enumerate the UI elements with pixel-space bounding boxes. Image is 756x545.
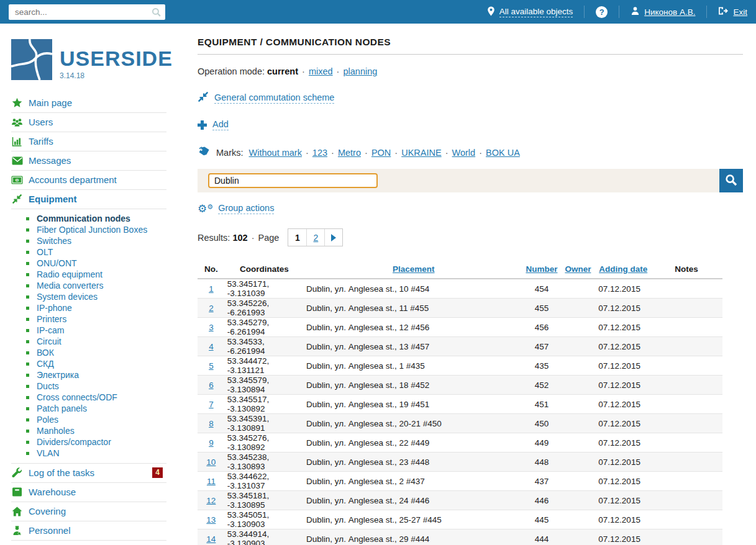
tags-icon <box>198 146 211 158</box>
cell-owner <box>560 356 596 376</box>
group-actions-link[interactable]: Group actions <box>218 203 274 214</box>
cell-no[interactable]: 2 <box>198 299 225 318</box>
mark-link-123[interactable]: 123 <box>312 148 327 158</box>
node-link[interactable]: 3 <box>209 323 214 332</box>
sidebar-subitem-ip-phone[interactable]: IP-phone <box>26 302 166 313</box>
exit-group[interactable]: Exit <box>718 6 747 17</box>
cell-coordinates: 53.345051, -3.130903 <box>225 510 304 529</box>
cell-no[interactable]: 13 <box>198 510 225 529</box>
sidebar-subitem-вок[interactable]: ВОК <box>26 347 166 358</box>
cell-no[interactable]: 11 <box>198 472 225 491</box>
operation-mode-mixed-link[interactable]: mixed <box>309 66 333 76</box>
mark-link-without-mark[interactable]: Without mark <box>249 148 302 158</box>
filter-search-button[interactable] <box>719 169 743 192</box>
column-header-owner[interactable]: Owner <box>560 259 596 279</box>
sidebar-subitem-manholes[interactable]: Manholes <box>26 425 166 436</box>
sidebar-subitem-switches[interactable]: Switches <box>26 235 166 246</box>
column-header-placement[interactable]: Placement <box>304 259 523 279</box>
mark-link-metro[interactable]: Metro <box>338 148 361 158</box>
sidebar-item-log-of-the-tasks[interactable]: Log of the tasks4 <box>11 464 166 483</box>
node-filter-input[interactable] <box>208 173 378 188</box>
node-link[interactable]: 8 <box>209 419 214 428</box>
sidebar-item-label: Personnel <box>29 525 71 536</box>
node-link[interactable]: 11 <box>207 477 216 486</box>
sidebar-subitem-patch-panels[interactable]: Patch panels <box>26 403 166 414</box>
sidebar-subitem-printers[interactable]: Printers <box>26 313 166 325</box>
sidebar-item-tariffs[interactable]: Tariffs <box>11 132 166 151</box>
add-link[interactable]: Add <box>212 119 229 130</box>
node-link[interactable]: 14 <box>206 534 216 544</box>
operation-mode-planning-link[interactable]: planning <box>343 66 377 76</box>
exit-link[interactable]: Exit <box>733 7 747 17</box>
cell-no[interactable]: 14 <box>198 529 225 545</box>
sidebar-subitem-dividers-compactor[interactable]: Dividers/compactor <box>26 436 166 448</box>
sidebar-item-label: Accounts department <box>29 174 117 185</box>
node-link[interactable]: 4 <box>209 342 214 351</box>
node-link[interactable]: 1 <box>209 284 214 294</box>
general-commutation-scheme-link[interactable]: General commutation scheme <box>214 92 334 104</box>
sidebar-subitem-poles[interactable]: Poles <box>26 414 166 425</box>
sidebar-item-main-page[interactable]: Main page <box>11 94 166 113</box>
cell-no[interactable]: 9 <box>198 433 225 453</box>
column-header-adding-date[interactable]: Adding date <box>596 259 650 279</box>
node-link[interactable]: 13 <box>206 515 216 525</box>
cell-no[interactable]: 1 <box>198 279 225 299</box>
mark-link-bok-ua[interactable]: BOK UA <box>486 148 520 158</box>
branding[interactable]: USERSIDE 3.14.18 <box>11 39 186 80</box>
bullet-icon <box>26 217 29 220</box>
sidebar-item-equipment[interactable]: Equipment <box>11 190 166 209</box>
node-link[interactable]: 9 <box>209 438 214 448</box>
sidebar-subitem-cross-connects-odf[interactable]: Cross connects/ODF <box>26 392 166 403</box>
sidebar-item-users[interactable]: Users <box>11 113 166 132</box>
node-link[interactable]: 10 <box>206 457 216 467</box>
mark-link-ukraine[interactable]: UKRAINE <box>401 148 441 158</box>
node-link[interactable]: 7 <box>209 400 214 409</box>
sidebar-subitem-radio-equipment[interactable]: Radio equipment <box>26 269 166 280</box>
sidebar-subitem-circuit[interactable]: Circuit <box>26 336 166 347</box>
page-1-current[interactable]: 1 <box>288 229 306 246</box>
sidebar-subitem-скд[interactable]: СКД <box>26 358 166 369</box>
mark-link-pon[interactable]: PON <box>371 148 391 158</box>
page-2-link[interactable]: 2 <box>306 229 324 246</box>
sidebar-subitem-media-converters[interactable]: Media converters <box>26 280 166 291</box>
node-link[interactable]: 12 <box>206 496 216 505</box>
cell-no[interactable]: 6 <box>198 376 225 395</box>
object-scope-link[interactable]: All available objects <box>499 7 573 17</box>
global-search-input[interactable] <box>9 4 165 20</box>
cell-no[interactable]: 7 <box>198 395 225 414</box>
sidebar-item-messages[interactable]: Messages <box>11 151 166 171</box>
mark-link-world[interactable]: World <box>452 148 476 158</box>
sidebar-subitem-olt[interactable]: OLT <box>26 246 166 258</box>
user-icon <box>631 6 640 17</box>
current-user[interactable]: Никонов А.В. <box>631 6 695 17</box>
sidebar-subitem-communication-nodes[interactable]: Communication nodes <box>26 213 166 224</box>
filter-bar <box>198 169 743 192</box>
sidebar-item-covering[interactable]: Covering <box>11 502 166 521</box>
cell-no[interactable]: 12 <box>198 491 225 510</box>
bullet-icon <box>26 363 29 366</box>
sidebar-subitem-onu-ont[interactable]: ONU/ONT <box>26 258 166 269</box>
cell-no[interactable]: 10 <box>198 453 225 472</box>
sidebar-item-personnel[interactable]: Personnel <box>11 521 166 541</box>
sidebar-subitem-ducts[interactable]: Ducts <box>26 381 166 392</box>
help-icon[interactable]: ? <box>596 6 608 18</box>
next-page-button[interactable] <box>324 229 342 246</box>
cell-no[interactable]: 3 <box>198 318 225 337</box>
sidebar-subitem-fiber-optical-junction-boxes[interactable]: Fiber Optical Junction Boxes <box>26 224 166 235</box>
sidebar-subitem-vlan[interactable]: VLAN <box>26 448 166 459</box>
sidebar-item-accounts-department[interactable]: 0Accounts department <box>11 171 166 190</box>
sidebar-item-warehouse[interactable]: Warehouse <box>11 483 166 502</box>
node-link[interactable]: 2 <box>209 304 214 313</box>
envelope-icon <box>11 156 23 165</box>
node-link[interactable]: 6 <box>209 381 214 390</box>
sidebar-subitem-ip-cam[interactable]: IP-cam <box>26 325 166 336</box>
user-name-link[interactable]: Никонов А.В. <box>644 7 695 17</box>
cell-no[interactable]: 5 <box>198 356 225 376</box>
cell-no[interactable]: 8 <box>198 414 225 433</box>
sidebar-subitem-электрика[interactable]: Электрика <box>26 369 166 381</box>
object-scope[interactable]: All available objects <box>487 6 573 18</box>
sidebar-subitem-system-devices[interactable]: System devices <box>26 291 166 302</box>
column-header-number[interactable]: Number <box>523 259 560 279</box>
cell-no[interactable]: 4 <box>198 337 225 356</box>
node-link[interactable]: 5 <box>209 361 214 371</box>
